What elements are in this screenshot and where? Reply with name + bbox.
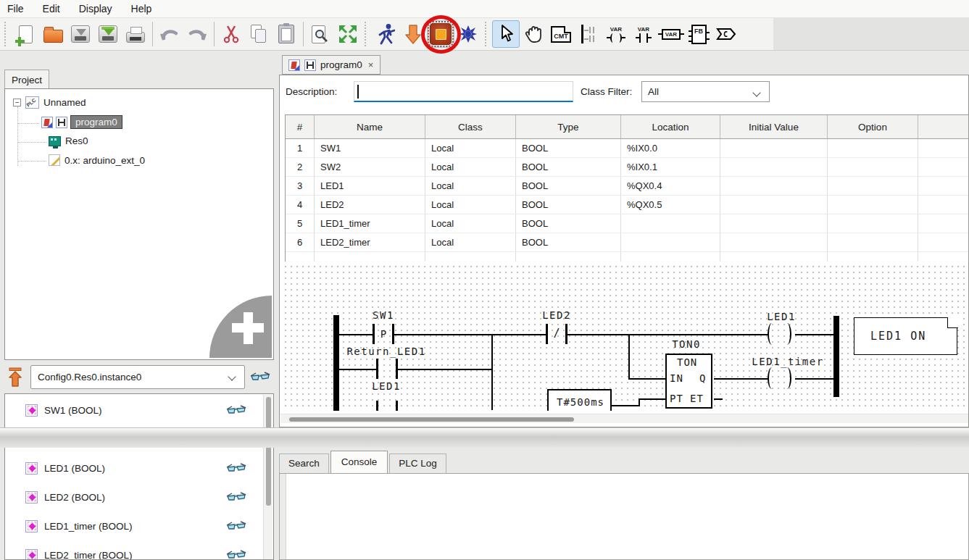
parent-instance-icon[interactable] bbox=[6, 367, 25, 388]
variable-tool-button[interactable]: VAR bbox=[657, 20, 685, 48]
add-element-button[interactable] bbox=[209, 296, 272, 358]
cell-name[interactable]: SW2 bbox=[315, 158, 425, 176]
debug-variable-row[interactable]: LED1_timer (BOOL) bbox=[5, 514, 260, 538]
watch-glasses-icon[interactable] bbox=[225, 520, 247, 532]
cell-class[interactable]: Local bbox=[425, 214, 516, 233]
cell-location[interactable]: %QX0.5 bbox=[621, 196, 720, 214]
description-input[interactable] bbox=[354, 81, 573, 102]
contact-tool-button[interactable]: VAR bbox=[630, 20, 657, 48]
table-row[interactable]: 4 LED2 Local BOOL %QX0.5 bbox=[286, 196, 968, 214]
cell-type[interactable]: BOOL bbox=[516, 214, 621, 233]
powerrail-tool-button[interactable] bbox=[575, 20, 602, 48]
save-button[interactable] bbox=[67, 20, 94, 48]
class-filter-combobox[interactable]: All bbox=[641, 81, 770, 102]
undo-button[interactable] bbox=[156, 20, 183, 48]
scrollbar-thumb[interactable] bbox=[266, 397, 271, 506]
contact-led1[interactable] bbox=[376, 401, 378, 411]
cell-option[interactable] bbox=[828, 196, 918, 214]
panel-splitter[interactable] bbox=[0, 427, 969, 448]
comment-block[interactable]: LED1 ON bbox=[854, 317, 957, 355]
pan-tool-button[interactable] bbox=[520, 20, 547, 48]
ladder-diagram-canvas[interactable]: SW1 P Return_LED1 LED1 LED2 / TON0 TON I… bbox=[280, 262, 968, 411]
cell-initial-value[interactable] bbox=[720, 177, 828, 195]
select-tool-button[interactable] bbox=[492, 20, 520, 48]
scrollbar-thumb[interactable] bbox=[289, 417, 574, 422]
open-project-button[interactable] bbox=[39, 20, 67, 48]
horizontal-scrollbar[interactable] bbox=[280, 414, 968, 423]
cell-type[interactable]: BOOL bbox=[516, 196, 621, 214]
cell-location[interactable]: %QX0.4 bbox=[621, 177, 720, 195]
cell-option[interactable] bbox=[828, 177, 918, 195]
menu-file[interactable]: File bbox=[7, 3, 24, 14]
cell-option[interactable] bbox=[828, 158, 918, 176]
redo-button[interactable] bbox=[183, 20, 211, 48]
debug-variable-row[interactable]: SW1 (BOOL) bbox=[5, 398, 260, 422]
cell-name[interactable]: SW1 bbox=[315, 139, 425, 157]
left-power-rail[interactable] bbox=[333, 315, 339, 411]
coil-led1[interactable] bbox=[783, 323, 791, 345]
save-as-button[interactable] bbox=[94, 20, 122, 48]
contact-return-led1[interactable] bbox=[396, 359, 398, 379]
cell-option[interactable] bbox=[828, 214, 918, 233]
cell-initial-value[interactable] bbox=[720, 196, 828, 214]
debug-variable-row[interactable]: LED1 (BOOL) bbox=[5, 456, 260, 480]
editor-tab-program0[interactable]: program0 × bbox=[282, 55, 380, 75]
connection-tool-button[interactable]: C bbox=[712, 20, 740, 48]
cell-option[interactable] bbox=[828, 139, 918, 157]
cell-class[interactable]: Local bbox=[425, 196, 516, 214]
watch-glasses-icon[interactable] bbox=[225, 404, 247, 416]
debug-variable-row[interactable]: LED2 (BOOL) bbox=[5, 485, 260, 509]
cell-type[interactable]: BOOL bbox=[516, 158, 621, 176]
table-row[interactable]: 1 SW1 Local BOOL %IX0.0 bbox=[286, 139, 968, 158]
table-row[interactable]: 2 SW2 Local BOOL %IX0.1 bbox=[286, 158, 968, 177]
table-row[interactable]: 6 LED2_timer Local BOOL bbox=[286, 233, 968, 252]
coil-led1[interactable] bbox=[768, 323, 775, 345]
clean-build-button[interactable] bbox=[454, 20, 482, 48]
cell-name[interactable]: LED2 bbox=[315, 196, 425, 214]
cell-location[interactable]: %IX0.1 bbox=[621, 158, 720, 176]
cell-class[interactable]: Local bbox=[425, 139, 516, 157]
watch-glasses-icon[interactable] bbox=[249, 371, 271, 383]
cell-location[interactable]: %IX0.0 bbox=[621, 139, 720, 157]
cell-class[interactable]: Local bbox=[425, 177, 516, 195]
cell-type[interactable]: BOOL bbox=[516, 177, 621, 195]
copy-button[interactable] bbox=[245, 20, 273, 48]
close-tab-icon[interactable]: × bbox=[368, 59, 374, 70]
cell-initial-value[interactable] bbox=[720, 233, 828, 251]
comment-tool-button[interactable]: CMT bbox=[547, 20, 575, 48]
watch-glasses-icon[interactable] bbox=[225, 491, 247, 503]
cell-name[interactable]: LED1_timer bbox=[315, 214, 425, 233]
table-row[interactable]: 5 LED1_timer Local BOOL bbox=[286, 214, 968, 233]
cell-option[interactable] bbox=[828, 233, 918, 251]
contact-led1[interactable] bbox=[396, 401, 398, 411]
vertical-scrollbar[interactable] bbox=[263, 395, 273, 560]
fullscreen-button[interactable] bbox=[334, 20, 362, 48]
function-block-tool-button[interactable]: FB bbox=[685, 20, 712, 48]
right-power-rail[interactable] bbox=[833, 316, 839, 397]
coil-led1-timer[interactable] bbox=[783, 367, 791, 389]
cell-class[interactable]: Local bbox=[425, 158, 516, 176]
generate-program-button[interactable] bbox=[427, 20, 454, 48]
cell-type[interactable]: BOOL bbox=[516, 233, 621, 251]
new-file-button[interactable] bbox=[12, 20, 39, 48]
tree-node-res0[interactable]: Res0 bbox=[49, 135, 88, 146]
tab-search[interactable]: Search bbox=[279, 454, 329, 473]
table-row[interactable]: 3 LED1 Local BOOL %QX0.4 bbox=[286, 177, 968, 196]
cell-initial-value[interactable] bbox=[720, 214, 828, 233]
transfer-button[interactable] bbox=[399, 20, 427, 48]
cell-location[interactable] bbox=[621, 214, 720, 233]
menu-edit[interactable]: Edit bbox=[43, 3, 60, 14]
cell-initial-value[interactable] bbox=[720, 139, 828, 157]
cell-location[interactable] bbox=[621, 233, 720, 251]
collapse-expander-icon[interactable]: – bbox=[13, 99, 21, 106]
project-panel-tab[interactable]: Project bbox=[4, 70, 49, 89]
debug-variable-row[interactable]: LED2_timer (BOOL) bbox=[5, 543, 260, 560]
print-button[interactable] bbox=[122, 20, 149, 48]
run-button[interactable] bbox=[372, 20, 399, 48]
tree-node-program0[interactable]: program0 bbox=[41, 115, 122, 129]
watch-glasses-icon[interactable] bbox=[225, 462, 247, 474]
menu-display[interactable]: Display bbox=[79, 3, 112, 14]
tree-node-arduino-ext[interactable]: 0.x: arduino_ext_0 bbox=[49, 154, 145, 166]
console-output-area[interactable] bbox=[279, 473, 969, 560]
coil-led1-timer[interactable] bbox=[768, 367, 775, 389]
